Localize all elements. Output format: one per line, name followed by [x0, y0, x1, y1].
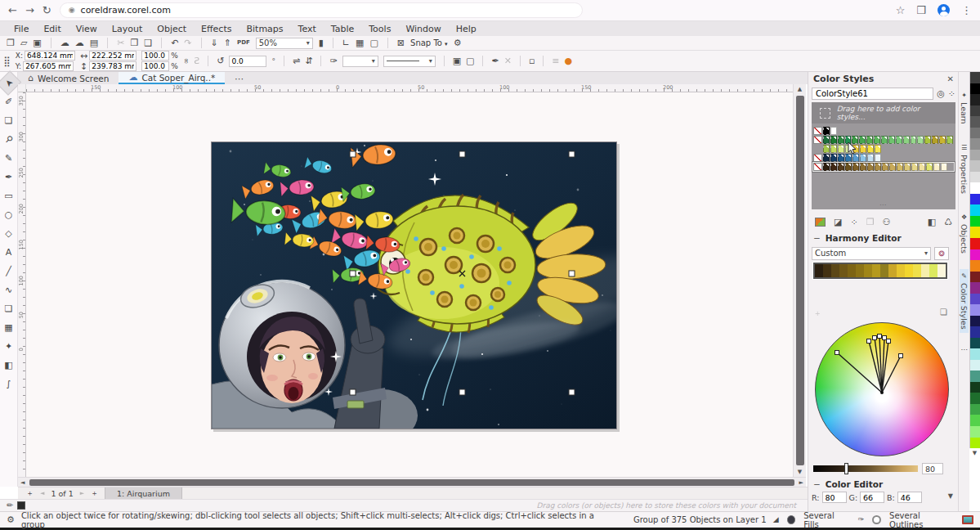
- page-tab-airquarium[interactable]: 1: Airquarium: [105, 487, 182, 499]
- color-swatch[interactable]: [924, 136, 931, 144]
- palette-swatch[interactable]: [970, 116, 980, 128]
- docker-tab-objects[interactable]: ❖Objects: [960, 210, 969, 257]
- color-swatch[interactable]: [845, 163, 852, 171]
- palette-swatch[interactable]: [970, 204, 980, 216]
- color-swatch[interactable]: [860, 154, 866, 162]
- palette-swatch[interactable]: [970, 326, 980, 338]
- menu-item-file[interactable]: File: [7, 24, 36, 34]
- scale-height-input[interactable]: [141, 61, 169, 71]
- export-icon[interactable]: ⇑: [224, 38, 231, 47]
- blue-input[interactable]: [897, 492, 922, 503]
- horizontal-scroll-thumb[interactable]: [29, 479, 794, 486]
- palette-swatch[interactable]: [970, 272, 980, 283]
- color-swatch[interactable]: [875, 154, 881, 162]
- color-swatch[interactable]: [838, 145, 844, 153]
- style-selector-mode-icon[interactable]: ◎: [937, 89, 945, 98]
- color-swatch[interactable]: [867, 163, 874, 171]
- palette-swatch[interactable]: [970, 182, 980, 194]
- drop-shadow-tool[interactable]: ❏: [1, 299, 17, 318]
- palette-swatch[interactable]: [970, 260, 980, 272]
- artistic-media-tool[interactable]: ✒: [1, 168, 17, 186]
- menu-item-edit[interactable]: Edit: [36, 24, 68, 34]
- menu-item-help[interactable]: Help: [449, 24, 484, 34]
- color-swatch[interactable]: [838, 163, 844, 171]
- ruler-origin[interactable]: [18, 84, 26, 92]
- color-swatch[interactable]: [852, 145, 859, 153]
- view-rulers-icon[interactable]: ∟: [342, 38, 350, 47]
- palette-swatch[interactable]: [970, 138, 980, 150]
- green-input[interactable]: [860, 492, 884, 503]
- palette-swatch[interactable]: [970, 282, 980, 294]
- snap-disable-icon[interactable]: ⊠: [397, 38, 405, 47]
- next-page-icon[interactable]: ►: [80, 491, 84, 496]
- color-swatch[interactable]: [830, 145, 837, 153]
- color-swatch[interactable]: [903, 136, 910, 144]
- palette-swatch[interactable]: [970, 438, 980, 449]
- palette-more-icon[interactable]: ▼: [969, 450, 980, 466]
- color-swatch[interactable]: [859, 136, 866, 144]
- docker-tab-color-styles[interactable]: ✎Color Styles: [960, 269, 969, 333]
- brightness-handle[interactable]: [844, 463, 848, 474]
- color-swatch[interactable]: [830, 154, 837, 162]
- vertical-scroll-thumb[interactable]: [796, 96, 804, 465]
- text-tool[interactable]: A: [1, 243, 17, 262]
- view-page-icon[interactable]: ▢: [369, 38, 378, 47]
- color-swatch[interactable]: [838, 154, 844, 162]
- color-swatch[interactable]: [939, 136, 946, 144]
- color-style-row[interactable]: [813, 136, 954, 144]
- copy-icon[interactable]: ❒: [130, 38, 138, 47]
- prev-page-icon[interactable]: ◄: [40, 491, 44, 496]
- document-color-swatch[interactable]: [17, 501, 25, 510]
- brightness-value[interactable]: 80: [922, 463, 943, 474]
- bookmark-icon[interactable]: ☆: [896, 4, 906, 16]
- menu-item-bitmaps[interactable]: Bitmaps: [239, 24, 290, 34]
- resize-grip-icon[interactable]: ⋯: [879, 201, 888, 209]
- color-swatch[interactable]: [852, 163, 859, 171]
- harmony-selectors[interactable]: [815, 322, 949, 456]
- scale-width-input[interactable]: [141, 51, 169, 61]
- harmony-node-icon[interactable]: ❂: [934, 247, 949, 260]
- color-swatch[interactable]: [830, 127, 837, 135]
- open-from-cloud-icon[interactable]: ☁: [60, 38, 69, 47]
- line-tool[interactable]: ╱: [1, 262, 17, 281]
- color-swatch[interactable]: [845, 145, 852, 153]
- save-to-cloud-icon[interactable]: ☁: [75, 38, 84, 47]
- harmony-group-icon[interactable]: ⚇: [883, 218, 891, 227]
- outline-tool[interactable]: ∫: [1, 375, 17, 393]
- scroll-down-icon[interactable]: ▼: [795, 467, 804, 477]
- paste-icon[interactable]: ❑: [144, 38, 152, 47]
- harmony-editor-header[interactable]: − Harmony Editor: [813, 232, 952, 244]
- print-icon[interactable]: ▤: [90, 38, 98, 47]
- line-style-select[interactable]: [383, 56, 436, 67]
- color-swatch[interactable]: [888, 136, 895, 144]
- tab-welcome-screen[interactable]: ⌂ Welcome Screen: [18, 72, 119, 84]
- color-swatch[interactable]: [896, 136, 902, 144]
- undo-icon[interactable]: ↶: [171, 38, 178, 47]
- status-gear-icon[interactable]: ⚙: [7, 515, 15, 524]
- color-swatch[interactable]: [838, 136, 844, 144]
- mesh-fill-tool[interactable]: ▦: [1, 318, 17, 337]
- view-grid-icon[interactable]: ▦: [356, 38, 364, 47]
- menu-item-table[interactable]: Table: [324, 24, 361, 34]
- snap-to-dropdown[interactable]: Snap To ▾: [410, 38, 448, 47]
- swap-harmony-icon[interactable]: ❏: [940, 308, 947, 319]
- docker-close-icon[interactable]: ✕: [947, 74, 954, 83]
- color-swatch[interactable]: [875, 145, 881, 153]
- color-style-row[interactable]: [813, 154, 954, 162]
- browser-forward-icon[interactable]: →: [25, 4, 34, 16]
- eyedropper-tool[interactable]: ✦: [1, 337, 17, 356]
- delete-style-icon[interactable]: ♺: [944, 218, 952, 227]
- menu-item-text[interactable]: Text: [291, 24, 324, 34]
- rectangle-tool[interactable]: ▭: [1, 186, 17, 205]
- polygon-tool[interactable]: ◇: [1, 224, 17, 243]
- palette-swatch[interactable]: [970, 426, 980, 438]
- color-style-row[interactable]: [813, 163, 954, 171]
- color-style-drop-zone[interactable]: Drag here to add color styles...: [812, 102, 955, 124]
- menu-item-layout[interactable]: Layout: [105, 24, 150, 34]
- view-options-icon[interactable]: ⁘: [948, 89, 955, 98]
- browser-reload-icon[interactable]: ↻: [43, 4, 51, 16]
- palette-swatch[interactable]: [970, 238, 980, 249]
- color-swatch[interactable]: [941, 163, 947, 171]
- color-swatch[interactable]: [919, 163, 925, 171]
- menu-item-object[interactable]: Object: [150, 24, 194, 34]
